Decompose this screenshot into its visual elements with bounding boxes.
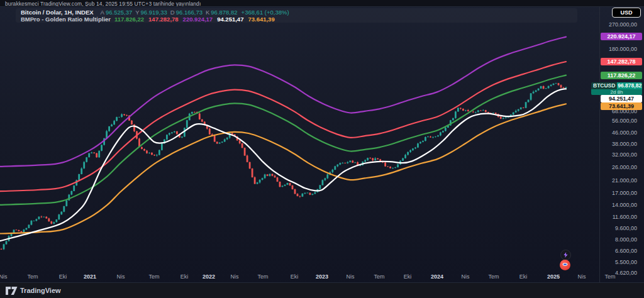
- price-tick: 9.600,00: [599, 225, 637, 231]
- emoji-face-icon: [562, 262, 569, 268]
- price-tick: 8.000,00: [599, 236, 637, 243]
- indicator-value: 94.251,47: [217, 16, 243, 23]
- indicator-value: 220.924,17: [183, 16, 213, 23]
- candlestick-plot[interactable]: [0, 7, 599, 272]
- time-axis-month-label: Nis: [0, 273, 16, 280]
- bar-countdown: 2d 8h: [591, 89, 642, 95]
- chart-area[interactable]: Bitcoin / Dolar, 1H, INDEXA96.525,37Y96.…: [0, 6, 644, 283]
- indicator-value: 117.826,22: [114, 16, 144, 23]
- price-tick: 26.000,00: [599, 164, 637, 170]
- price-tick: 38.000,00: [599, 141, 637, 147]
- ohlc-value: 96.919,33: [141, 9, 167, 16]
- price-axis[interactable]: 270.000,00180.000,0068.000,0056.000,0046…: [599, 7, 644, 284]
- tradingview-logo-icon[interactable]: [6, 287, 18, 295]
- time-axis-month-label: Nis: [338, 273, 363, 280]
- footer-bar: TradingView: [0, 283, 644, 298]
- current-price-label: BTCUSD96.878,822d 8h: [591, 82, 642, 95]
- ohlc-value: 96.878,82: [211, 9, 237, 16]
- lightning-reaction-icon[interactable]: [560, 250, 571, 260]
- level-label-fast-ma: 94.251,47: [601, 95, 642, 102]
- price-tick: 180.000,00: [599, 46, 637, 52]
- ohlc-key: D: [170, 9, 175, 16]
- emoji-reaction-icon[interactable]: [560, 260, 570, 270]
- time-axis-month-label: Tem: [250, 273, 275, 280]
- time-axis-month-label: Tem: [481, 273, 506, 280]
- ohlc-key: Y: [135, 9, 139, 16]
- price-tick: 270.000,00: [599, 21, 637, 28]
- time-axis-month-label: Eki: [50, 273, 75, 280]
- time-axis-month-label: Eki: [282, 273, 307, 280]
- time-axis-month-label: Tem: [142, 273, 167, 280]
- time-axis[interactable]: NisTemEki2021NisTemEki2022NisTemEki2023N…: [0, 273, 644, 282]
- level-label-2x: 147.282,78: [601, 58, 642, 65]
- tradingview-brand-text[interactable]: TradingView: [20, 287, 61, 294]
- price-tick: 21.000,00: [599, 177, 637, 184]
- legend-indicator-row: BMPro - Golden Ratio Multiplier117.826,2…: [21, 16, 572, 23]
- indicator-title[interactable]: BMPro - Golden Ratio Multiplier: [21, 16, 111, 23]
- ohlc-values: A96.525,37Y96.919,33D96.166,73K96.878,82: [97, 9, 238, 16]
- time-axis-month-label: Tem: [20, 273, 45, 280]
- time-axis-year-label: 2023: [309, 273, 335, 280]
- price-tick: 6.600,00: [599, 248, 637, 254]
- time-axis-month-label: Tem: [367, 273, 392, 280]
- indicator-value: 73.641,39: [248, 16, 274, 23]
- price-tick: 11.600,00: [599, 214, 637, 220]
- change-value: +368,61 (+0,38%): [242, 9, 289, 16]
- time-axis-month-label: Nis: [222, 273, 247, 280]
- level-label-1.6x: 117.826,22: [601, 72, 642, 79]
- legend-panel: Bitcoin / Dolar, 1H, INDEXA96.525,37Y96.…: [16, 8, 577, 23]
- legend-symbol-row: Bitcoin / Dolar, 1H, INDEXA96.525,37Y96.…: [21, 9, 572, 16]
- tradingview-published-chart: burakkesmeci TradingView.com, Şub 14, 20…: [0, 0, 644, 298]
- price-tick: 17.000,00: [599, 190, 637, 196]
- ohlc-value: 96.525,37: [106, 9, 132, 16]
- lightning-bolt-icon: [563, 252, 569, 258]
- symbol-title[interactable]: Bitcoin / Dolar, 1H, INDEX: [21, 9, 94, 16]
- time-axis-month-label: Eki: [511, 273, 536, 280]
- level-label-3x: 220.924,17: [601, 33, 642, 40]
- price-tick: 56.000,00: [599, 118, 637, 124]
- time-axis-month-label: Nis: [569, 273, 594, 280]
- time-axis-year-label: 2021: [77, 273, 103, 280]
- price-tick: 5.500,00: [599, 259, 637, 265]
- price-tick: 46.000,00: [599, 130, 637, 136]
- time-axis-year-label: 2022: [196, 273, 221, 280]
- time-axis-month-label: Tem: [597, 273, 623, 280]
- price-tick: 32.000,00: [599, 152, 637, 158]
- time-axis-year-label: 2024: [425, 273, 450, 280]
- last-price: 96.878,82: [617, 82, 642, 89]
- ohlc-key: A: [101, 9, 104, 16]
- indicator-value: 147.282,78: [148, 16, 179, 23]
- price-tick: 14.000,00: [599, 202, 637, 208]
- symbol-chip: BTCUSD: [591, 82, 617, 89]
- ohlc-value: 96.166,73: [176, 9, 203, 16]
- time-axis-month-label: Eki: [172, 273, 197, 280]
- level-label-350dma: 73.641,39: [601, 102, 642, 110]
- time-axis-month-label: Nis: [108, 273, 133, 280]
- time-axis-year-label: 2025: [541, 273, 566, 280]
- ohlc-key: K: [206, 9, 209, 16]
- time-axis-month-label: Eki: [395, 273, 420, 280]
- time-axis-month-label: Nis: [453, 273, 478, 280]
- indicator-values: 117.826,22147.282,78220.924,1794.251,477…: [114, 16, 279, 23]
